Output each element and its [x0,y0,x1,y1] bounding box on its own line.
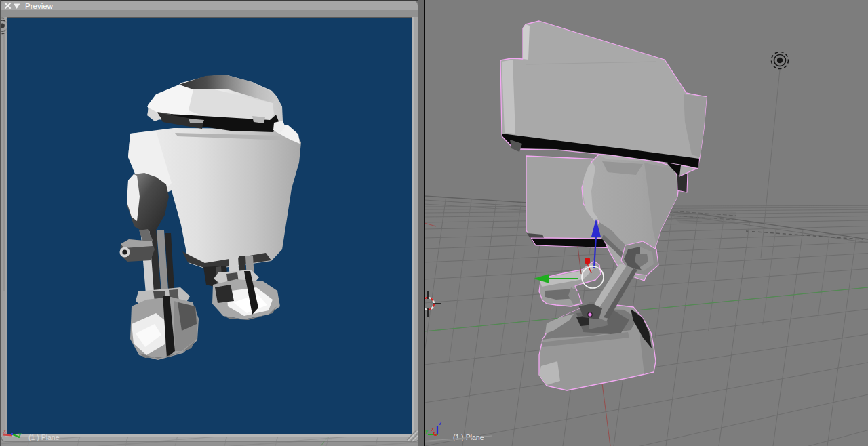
svg-text:(1 ) Plane: (1 ) Plane [28,433,60,441]
svg-text:Preview: Preview [25,2,54,10]
svg-text:z: z [438,420,442,426]
svg-text:y: y [18,431,22,438]
svg-text:x: x [3,428,7,434]
svg-text:x: x [431,426,435,432]
